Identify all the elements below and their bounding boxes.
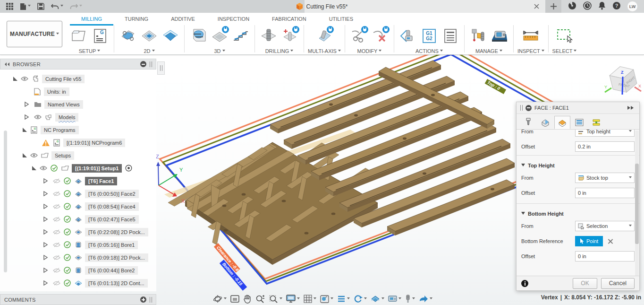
orbit-tool[interactable] [212, 293, 228, 305]
dialog-scrollbar-thumb[interactable] [635, 164, 639, 244]
setup-sheet-action-icon[interactable] [441, 25, 460, 47]
group-label-actions[interactable]: ACTIONS [415, 48, 443, 54]
comments-panel[interactable]: COMMENTS [0, 294, 156, 305]
visibility-off-icon[interactable] [52, 253, 60, 261]
visibility-off-icon[interactable] [52, 266, 60, 274]
dialog-expand-icon[interactable] [627, 106, 636, 110]
top-height-from-dropdown[interactable]: Stock top [575, 173, 635, 183]
browser-item-2dpocket1[interactable]: [T6 (0:22:08)] 2D Pock... [85, 228, 148, 236]
app-grid-icon[interactable] [4, 1, 16, 12]
display-settings-tool[interactable] [285, 294, 301, 304]
2d-contour-icon[interactable] [161, 25, 180, 47]
visibility-off-icon[interactable] [52, 202, 60, 210]
browser-item-nc-programs[interactable]: NC Programs [41, 126, 79, 134]
user-avatar[interactable]: LW [627, 1, 637, 11]
ok-button[interactable]: OK [573, 278, 597, 289]
browser-item-models[interactable]: Models [55, 113, 78, 122]
browser-item-face2[interactable]: [T6 (0:00:50)] Face2 [85, 190, 139, 198]
visibility-off-icon[interactable] [52, 190, 60, 198]
visibility-off-icon[interactable] [52, 241, 60, 249]
expander-open-icon[interactable] [23, 128, 27, 132]
delete-passes-icon[interactable] [370, 25, 390, 47]
group-label-3d[interactable]: 3D [214, 48, 225, 54]
post-process-icon[interactable]: G1G2 [419, 25, 439, 47]
browser-item-setup1[interactable]: [(1:19:01)] Setup1 [72, 164, 122, 173]
toolpath-steps-tool[interactable] [336, 294, 351, 304]
top-height-tag[interactable]: Top : 0 [485, 79, 506, 94]
browser-item-face4[interactable]: [T6 (0:08:54)] Face4 [85, 202, 139, 211]
browser-item-units[interactable]: Units: in [44, 87, 69, 96]
info-icon[interactable] [521, 280, 528, 287]
tab-geometry[interactable] [537, 116, 553, 129]
expander-closed-icon[interactable] [42, 190, 50, 198]
dialog-minimize-icon[interactable] [525, 105, 532, 111]
tab-passes[interactable] [571, 116, 587, 129]
browser-item-2dcontour[interactable]: [T6 (0:01:13)] 2D Cont... [85, 279, 148, 288]
browser-item-bore1[interactable]: [T6 (0:05:16)] Bore1 [85, 241, 138, 249]
offset-input[interactable]: 0.2 in [575, 141, 635, 152]
expander-open-icon[interactable] [13, 77, 17, 81]
new-file-button[interactable] [17, 1, 33, 12]
browser-item-2dpocket2[interactable]: [T6 (0:09:18)] 2D Pock... [85, 253, 148, 262]
browser-item-face1[interactable]: [T6] Face1 [85, 177, 117, 185]
panel-minimize-icon[interactable] [140, 61, 146, 67]
expander-closed-icon[interactable] [23, 113, 31, 121]
3d-steep-shallow-icon[interactable] [231, 25, 251, 47]
browser-resize-grip[interactable] [157, 61, 165, 75]
cancel-button[interactable]: Cancel [601, 278, 635, 289]
group-label-modify[interactable]: MODIFY [357, 48, 382, 54]
deep-drilling-icon[interactable] [280, 25, 300, 47]
measure-icon[interactable] [521, 25, 541, 47]
setup-sheet-icon[interactable]: G [90, 25, 110, 47]
visibility-eye-icon[interactable] [20, 75, 28, 83]
browser-item-bore2[interactable]: [T6 (0:00:44)] Bore2 [85, 266, 138, 275]
grid-snap-tool[interactable] [302, 294, 318, 304]
panel-grip[interactable] [150, 61, 152, 67]
multiaxis-swarf-icon[interactable] [314, 25, 334, 47]
group-label-select[interactable]: SELECT [552, 48, 577, 54]
browser-item-named-views[interactable]: Named Views [44, 100, 83, 109]
group-label-drilling[interactable]: DRILLING [265, 48, 294, 54]
tab-tool[interactable] [520, 116, 536, 129]
browser-item-face5[interactable]: [T6 (0:02:47)] Face5 [85, 215, 139, 224]
collapse-panel-icon[interactable] [4, 62, 10, 67]
machine-library-icon[interactable] [490, 25, 509, 47]
new-setup-icon[interactable] [69, 25, 89, 47]
2d-adaptive-icon[interactable] [118, 25, 138, 47]
visibility-off-icon[interactable] [52, 228, 60, 236]
machine-display-tool[interactable] [387, 295, 403, 304]
group-label-inspect[interactable]: INSPECT [517, 48, 544, 54]
clear-selection-icon[interactable] [607, 238, 613, 244]
expander-closed-icon[interactable] [42, 241, 50, 249]
group-label-multiaxis[interactable]: MULTI-AXIS [308, 48, 341, 54]
visibility-off-icon[interactable] [52, 215, 60, 223]
section-arrow-tool[interactable] [417, 294, 434, 304]
expander-open-icon[interactable] [23, 153, 27, 157]
tab-linking[interactable] [588, 116, 604, 129]
browser-item-document[interactable]: Cutting File v55 [42, 75, 85, 83]
extensions-icon[interactable] [568, 1, 576, 12]
pan-tool[interactable] [242, 294, 253, 305]
bottom-height-section-header[interactable]: Bottom Height [517, 207, 639, 218]
simulate-icon[interactable] [398, 25, 418, 47]
expander-closed-icon[interactable] [42, 177, 50, 185]
expander-closed-icon[interactable] [42, 215, 50, 223]
visibility-off-icon[interactable] [52, 279, 60, 287]
visibility-eye-icon[interactable] [34, 113, 42, 121]
tool-library-icon[interactable] [468, 25, 488, 47]
expander-closed-icon[interactable] [23, 100, 31, 108]
undo-button[interactable] [49, 1, 66, 12]
browser-header[interactable]: BROWSER [0, 59, 156, 70]
group-label-manage[interactable]: MANAGE [475, 48, 502, 54]
dialog-header[interactable]: FACE : FACE1 [517, 102, 639, 114]
visibility-eye-icon[interactable] [30, 151, 38, 159]
viewport[interactable]: Clearance : -0.6 Bottom : -0.15 Top : 0 … [0, 55, 644, 305]
save-button[interactable] [35, 1, 47, 12]
3d-pocket-clearing-icon[interactable] [210, 25, 229, 47]
expander-closed-icon[interactable] [42, 228, 50, 236]
trim-toolpath-icon[interactable] [349, 25, 369, 47]
viewports-tool[interactable] [319, 294, 335, 304]
group-label-setup[interactable]: SETUP [79, 48, 101, 54]
notifications-bell-icon[interactable] [598, 1, 606, 12]
add-comment-icon[interactable] [140, 296, 146, 303]
